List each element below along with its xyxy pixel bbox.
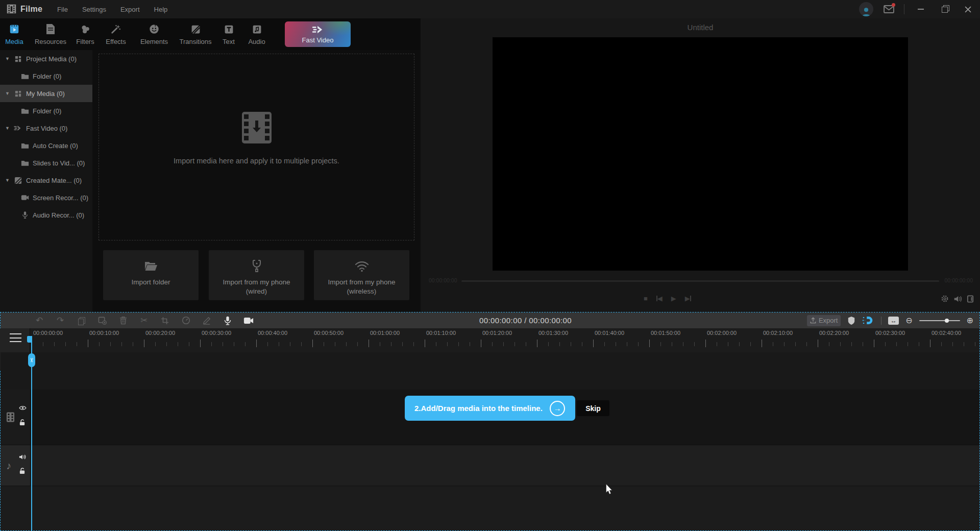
grid-icon — [14, 89, 22, 98]
seek-bar[interactable] — [461, 280, 939, 282]
sidebar-item-label: Folder (0) — [33, 73, 61, 80]
media-dropzone[interactable]: Import media here and apply it to multip… — [99, 54, 414, 240]
media-library-sidebar: ▼ Project Media (0) Folder (0) ▼ My Medi… — [0, 50, 92, 312]
timeline-empty-area[interactable] — [1, 487, 979, 530]
tab-media[interactable]: Media — [0, 18, 29, 50]
chevron-down-icon[interactable]: ▼ — [5, 126, 10, 131]
fullscreen-icon[interactable] — [967, 295, 974, 303]
paste-button[interactable] — [97, 315, 107, 326]
skip-button[interactable]: Skip — [577, 400, 609, 416]
import-phone-wireless-button[interactable]: Import from my phone(wireless) — [314, 250, 409, 300]
zoom-slider-thumb[interactable] — [945, 319, 949, 323]
zoom-out-icon[interactable]: ⊖ — [905, 316, 912, 325]
filters-tab-icon — [80, 23, 91, 35]
folder-icon — [21, 72, 29, 80]
menu-help[interactable]: Help — [154, 6, 168, 13]
tab-filters[interactable]: Filters — [72, 18, 98, 50]
stop-button[interactable]: ■ — [644, 295, 648, 302]
playhead-split-button[interactable]: ✂ — [28, 353, 35, 367]
sidebar-item-screen-recording[interactable]: Screen Recor... (0) — [0, 189, 92, 206]
timeline-ruler[interactable]: 00:00:00:0000:00:10:0000:00:20:0000:00:3… — [1, 328, 979, 352]
ruler-label: 00:00:10:00 — [88, 330, 119, 336]
playhead-handle[interactable] — [27, 336, 32, 343]
sidebar-item-audio-recording[interactable]: Audio Recor... (0) — [0, 206, 92, 224]
import-phone-wired-button[interactable]: Import from my phone(wired) — [209, 250, 304, 300]
timeline-background[interactable] — [1, 352, 979, 390]
menu-file[interactable]: File — [57, 6, 68, 13]
edit-pen-button[interactable] — [202, 315, 212, 326]
sidebar-item-created-materials[interactable]: ▼ Created Mate... (0) — [0, 172, 92, 189]
folder-icon — [21, 141, 29, 150]
track-visibility-eye-icon[interactable] — [19, 405, 27, 411]
marker-icon[interactable] — [847, 316, 855, 325]
notification-dot — [892, 3, 895, 7]
media-import-panel: Import media here and apply it to multip… — [92, 50, 421, 312]
audio-track[interactable]: ♪ — [1, 445, 979, 486]
tab-audio[interactable]: Audio — [241, 18, 273, 50]
tab-resources[interactable]: Resources — [29, 18, 72, 50]
audio-track-icon: ♪ — [6, 460, 11, 471]
ruler-label: 00:01:00:00 — [369, 330, 400, 336]
chevron-down-icon[interactable]: ▼ — [5, 91, 10, 96]
sidebar-item-fast-video[interactable]: ▼ Fast Video (0) — [0, 119, 92, 137]
track-menu-icon[interactable] — [10, 333, 21, 342]
sidebar-item-slides-to-video[interactable]: Slides to Vid... (0) — [0, 154, 92, 172]
tutorial-tooltip: 2.Add/Drag media into the timeline. → — [405, 396, 575, 421]
chevron-down-icon[interactable]: ▼ — [5, 56, 10, 61]
tab-transitions[interactable]: Transitions — [175, 18, 216, 50]
minimize-button[interactable] — [914, 2, 928, 16]
screen-record-icon — [21, 194, 29, 202]
volume-icon[interactable] — [953, 295, 962, 303]
elements-tab-icon — [149, 23, 160, 35]
chevron-down-icon[interactable]: ▼ — [5, 178, 10, 183]
menu-export[interactable]: Export — [120, 6, 140, 13]
toolbar-divider — [881, 317, 881, 325]
undo-button[interactable]: ↶ — [34, 315, 44, 326]
speed-button[interactable] — [181, 315, 191, 326]
sidebar-item-project-media[interactable]: ▼ Project Media (0) — [0, 50, 92, 67]
copy-button[interactable] — [76, 315, 86, 326]
menu-settings[interactable]: Settings — [82, 6, 106, 13]
next-frame-button[interactable]: ▶ — [685, 295, 691, 302]
zoom-slider-track — [919, 320, 960, 322]
export-button[interactable]: Export — [807, 315, 841, 326]
timeline-zoom-slider[interactable] — [919, 318, 960, 324]
tab-elements[interactable]: Elements — [134, 18, 175, 50]
previous-frame-button[interactable]: ◀ — [656, 295, 663, 302]
media-tab-icon — [9, 23, 20, 35]
messages-icon[interactable] — [883, 4, 895, 14]
redo-button[interactable]: ↷ — [55, 315, 65, 326]
record-webcam-button[interactable] — [243, 315, 254, 326]
preview-settings-gear-icon[interactable] — [941, 295, 949, 303]
track-mute-speaker-icon[interactable] — [19, 454, 26, 460]
tab-effects[interactable]: Effects — [98, 18, 134, 50]
sidebar-item-my-media[interactable]: ▼ My Media (0) — [0, 85, 92, 102]
import-folder-button[interactable]: Import folder — [103, 250, 199, 300]
sidebar-item-folder-2[interactable]: Folder (0) — [0, 102, 92, 119]
fit-timeline-button[interactable]: ↔ — [888, 317, 899, 325]
sidebar-item-auto-create[interactable]: Auto Create (0) — [0, 137, 92, 154]
tab-text[interactable]: Text — [216, 18, 241, 50]
tab-label: Resources — [35, 38, 66, 45]
sidebar-item-label: Auto Create (0) — [33, 142, 78, 150]
fast-video-button[interactable]: Fast Video — [285, 21, 351, 47]
delete-button[interactable] — [118, 315, 128, 326]
crop-button[interactable] — [160, 315, 170, 326]
account-avatar-icon[interactable] — [859, 2, 873, 16]
track-unlock-icon[interactable] — [19, 468, 26, 474]
ruler-label: 00:01:40:00 — [593, 330, 624, 336]
sidebar-item-folder[interactable]: Folder (0) — [0, 67, 92, 85]
restore-button[interactable] — [937, 2, 951, 16]
tab-label: Effects — [106, 38, 126, 45]
tutorial-next-arrow-icon[interactable]: → — [550, 401, 565, 416]
snap-magnet-icon[interactable] — [862, 316, 874, 325]
close-button[interactable] — [961, 2, 975, 16]
play-button[interactable]: ▶ — [671, 295, 676, 302]
track-unlock-icon[interactable] — [19, 419, 26, 426]
record-voiceover-button[interactable] — [223, 315, 233, 326]
menubar: File Settings Export Help — [57, 0, 167, 18]
zoom-in-icon[interactable]: ⊕ — [967, 316, 973, 325]
import-card-label: Import from my phone(wired) — [223, 278, 290, 296]
split-scissors-button[interactable]: ✂ — [139, 315, 149, 326]
copy-icon — [78, 317, 84, 324]
